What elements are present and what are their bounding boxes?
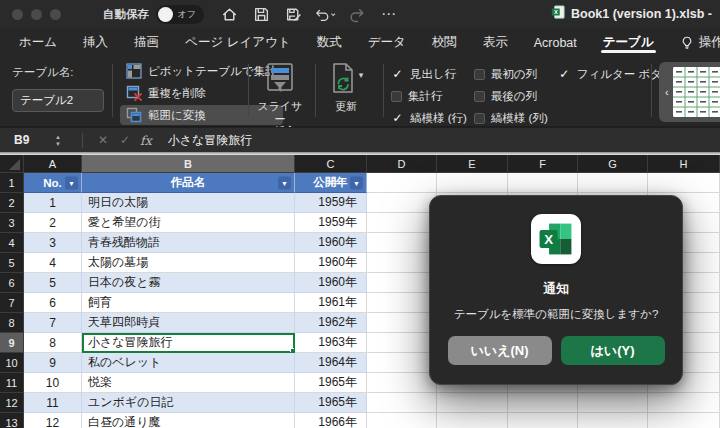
cell-D9[interactable] xyxy=(367,333,437,353)
cell-H13[interactable] xyxy=(648,413,720,428)
col-header-E[interactable]: E xyxy=(437,155,508,173)
cell-B12[interactable]: ユンボギの日記 xyxy=(82,393,295,413)
cell-E13[interactable] xyxy=(437,413,508,428)
cell-B7[interactable]: 飼育 xyxy=(82,293,295,313)
table-style-preview[interactable] xyxy=(673,67,720,117)
cell-D2[interactable] xyxy=(367,193,437,213)
cell-C7[interactable]: 1961年 xyxy=(295,293,367,313)
row-header-8[interactable]: 8 xyxy=(0,313,24,333)
tab-home[interactable]: ホーム xyxy=(6,28,70,57)
col-header-B[interactable]: B xyxy=(82,155,295,173)
refresh-dropdown-chevron-icon[interactable]: ▾ xyxy=(359,70,364,80)
cell-C3[interactable]: 1959年 xyxy=(295,213,367,233)
table-name-input[interactable]: テーブル2 xyxy=(12,89,104,112)
cell-D12[interactable] xyxy=(367,393,437,413)
cell-D8[interactable] xyxy=(367,313,437,333)
row-header-9[interactable]: 9 xyxy=(0,333,24,353)
cell-F13[interactable] xyxy=(508,413,578,428)
minimize-button[interactable] xyxy=(31,9,42,20)
cell-A12[interactable]: 11 xyxy=(24,393,82,413)
autosave-toggle[interactable]: オフ xyxy=(156,5,204,24)
checkbox-first-column[interactable]: 最初の列 xyxy=(474,65,558,83)
cell-D11[interactable] xyxy=(367,373,437,393)
close-button[interactable] xyxy=(12,9,23,20)
col-header-C[interactable]: C xyxy=(295,155,367,173)
row-header-3[interactable]: 3 xyxy=(0,213,24,233)
cell-A3[interactable]: 2 xyxy=(24,213,82,233)
more-commands-icon[interactable]: ⋯ xyxy=(378,3,400,25)
table-styles-gallery[interactable]: ‹ xyxy=(659,62,720,122)
selection-fill-handle[interactable] xyxy=(290,348,295,353)
cell-C8[interactable]: 1962年 xyxy=(295,313,367,333)
save-icon[interactable] xyxy=(250,3,272,25)
col-header-A[interactable]: A xyxy=(24,155,82,173)
cell-B9[interactable]: 小さな冒険旅行 xyxy=(82,333,295,353)
row-header-10[interactable]: 10 xyxy=(0,353,24,373)
row-header-12[interactable]: 12 xyxy=(0,393,24,413)
cell-A2[interactable]: 1 xyxy=(24,193,82,213)
tab-view[interactable]: 表示 xyxy=(470,28,521,57)
cell-D1[interactable] xyxy=(367,173,437,193)
cell-A10[interactable]: 9 xyxy=(24,353,82,373)
cell-E1[interactable] xyxy=(437,173,508,193)
cell-D6[interactable] xyxy=(367,273,437,293)
insert-function-icon[interactable]: fx xyxy=(136,133,160,148)
cell-C5[interactable]: 1960年 xyxy=(295,253,367,273)
row-header-5[interactable]: 5 xyxy=(0,253,24,273)
cell-G13[interactable] xyxy=(578,413,648,428)
col-header-F[interactable]: F xyxy=(508,155,578,173)
cell-D5[interactable] xyxy=(367,253,437,273)
checkbox-last-column[interactable]: 最後の列 xyxy=(474,87,558,105)
col-header-G[interactable]: G xyxy=(578,155,648,173)
cell-A7[interactable]: 6 xyxy=(24,293,82,313)
cell-G1[interactable] xyxy=(578,173,648,193)
checkbox-header-row[interactable]: ✓見出し行 xyxy=(391,65,477,83)
filter-dropdown-icon[interactable]: ▼ xyxy=(350,176,363,189)
cell-B4[interactable]: 青春残酷物語 xyxy=(82,233,295,253)
confirm-entry-icon[interactable]: ✓ xyxy=(114,133,136,147)
cell-C1[interactable]: 公開年▼ xyxy=(295,173,367,193)
tab-tell-me[interactable]: 操作アシスト xyxy=(667,28,720,57)
dialog-no-button[interactable]: いいえ(N) xyxy=(448,336,552,365)
cell-B5[interactable]: 太陽の墓場 xyxy=(82,253,295,273)
cell-A6[interactable]: 5 xyxy=(24,273,82,293)
cell-B10[interactable]: 私のベレット xyxy=(82,353,295,373)
cell-C10[interactable]: 1964年 xyxy=(295,353,367,373)
cell-A5[interactable]: 4 xyxy=(24,253,82,273)
tab-page-layout[interactable]: ページ レイアウト xyxy=(172,28,304,57)
cell-A1[interactable]: No.▼ xyxy=(24,173,82,193)
col-header-H[interactable]: H xyxy=(648,155,720,173)
formula-input[interactable]: 小さな冒険旅行 xyxy=(160,132,253,149)
undo-icon[interactable] xyxy=(314,3,336,25)
cell-B8[interactable]: 天草四郎時貞 xyxy=(82,313,295,333)
row-header-6[interactable]: 6 xyxy=(0,273,24,293)
refresh-button[interactable]: ▾ 更新 xyxy=(322,62,370,113)
cell-C9[interactable]: 1963年 xyxy=(295,333,367,353)
gallery-scroll-left-icon[interactable]: ‹ xyxy=(659,86,673,98)
cell-B6[interactable]: 日本の夜と霧 xyxy=(82,273,295,293)
cell-C13[interactable]: 1966年 xyxy=(295,413,367,428)
zoom-button[interactable] xyxy=(50,9,61,20)
save-as-icon[interactable] xyxy=(282,3,304,25)
col-header-D[interactable]: D xyxy=(367,155,437,173)
cell-B1[interactable]: 作品名▼ xyxy=(82,173,295,193)
cell-G12[interactable] xyxy=(578,393,648,413)
cell-C4[interactable]: 1960年 xyxy=(295,233,367,253)
tab-acrobat[interactable]: Acrobat xyxy=(521,28,590,57)
filter-dropdown-icon[interactable]: ▼ xyxy=(278,176,291,189)
cell-A13[interactable]: 12 xyxy=(24,413,82,428)
cell-D13[interactable] xyxy=(367,413,437,428)
tab-formulas[interactable]: 数式 xyxy=(304,28,355,57)
cell-B2[interactable]: 明日の太陽 xyxy=(82,193,295,213)
tab-review[interactable]: 校閲 xyxy=(419,28,470,57)
home-icon[interactable] xyxy=(218,3,240,25)
select-all-corner[interactable] xyxy=(0,155,24,173)
cell-B3[interactable]: 愛と希望の街 xyxy=(82,213,295,233)
cancel-entry-icon[interactable]: ✕ xyxy=(92,133,114,147)
cell-C12[interactable]: 1965年 xyxy=(295,393,367,413)
row-header-13[interactable]: 13 xyxy=(0,413,24,428)
cell-C2[interactable]: 1959年 xyxy=(295,193,367,213)
cell-H12[interactable] xyxy=(648,393,720,413)
cell-A11[interactable]: 10 xyxy=(24,373,82,393)
cell-H1[interactable] xyxy=(648,173,720,193)
